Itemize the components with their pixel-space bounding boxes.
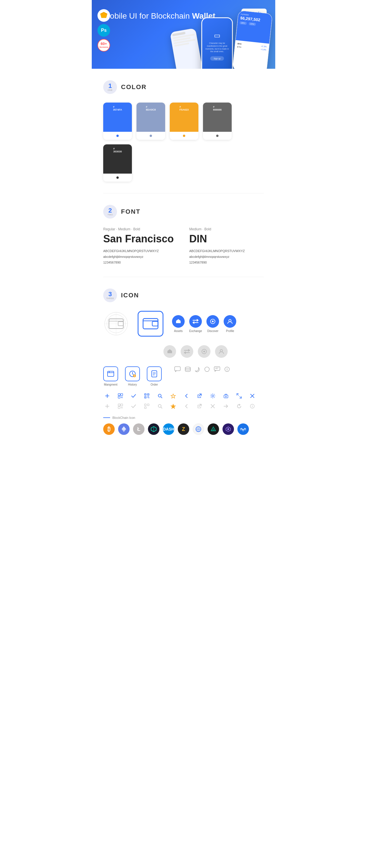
font-sf-lower: abcdefghijklmnopqrstuvwxyz (103, 254, 178, 260)
svg-rect-44 (118, 394, 120, 396)
svg-rect-11 (143, 318, 158, 329)
swatch-dot-4 (216, 135, 219, 137)
discover-icon-circle (206, 315, 219, 328)
settings-icon (209, 392, 217, 400)
svg-rect-52 (145, 397, 146, 398)
font-section-header: 2 TWO FONT (103, 205, 264, 219)
info-icon (224, 366, 230, 372)
nuls-icon (148, 424, 160, 435)
nav-icons-inactive (163, 345, 264, 358)
svg-marker-18 (167, 349, 172, 353)
font-title: FONT (121, 208, 140, 215)
poa-icon (223, 424, 234, 435)
swatch-gray: #666666 (203, 102, 232, 140)
grid-edit-icon (116, 392, 124, 400)
font-din-name: DIN (189, 233, 264, 245)
history-icon-box (125, 366, 140, 381)
swatch-dark: #303030 (103, 144, 132, 182)
font-section: 2 TWO FONT Regular · Medium · Bold San F… (92, 193, 275, 277)
swatch-color-4: #666666 (203, 102, 232, 132)
litecoin-icon: Ł (133, 424, 144, 435)
assets-icon-inactive (163, 345, 176, 358)
zcash-icon: Z (178, 424, 189, 435)
icon-wireframe-container (103, 311, 129, 337)
svg-point-87 (252, 405, 253, 406)
icon-section-header: 3 THREE ICON (103, 288, 264, 302)
svg-point-34 (185, 367, 190, 369)
plus-icon (103, 392, 111, 400)
swatch-blue: #3574FA (103, 102, 132, 140)
font-sf-nums: 1234567890 (103, 260, 178, 266)
font-grid: Regular · Medium · Bold San Francisco AB… (103, 227, 264, 265)
stack-icon (185, 366, 191, 372)
font-sf-upper: ABCDEFGHIJKLMNOPQRSTUVWXYZ (103, 248, 178, 254)
svg-rect-22 (108, 371, 114, 376)
discover-icon-inactive (198, 345, 210, 358)
blockchain-text: BlockChain Icon (112, 416, 135, 420)
chevron-left-icon-faded (182, 402, 190, 410)
svg-rect-77 (144, 407, 146, 408)
exchange-icon-inactive (181, 345, 193, 358)
color-section-header: 1 ONE COLOR (103, 80, 264, 94)
utility-icons-row1 (103, 392, 264, 400)
swatch-color-2: #8DA0C8 (137, 102, 165, 132)
svg-rect-74 (118, 406, 120, 408)
arrow-right-faded (222, 402, 230, 410)
profile-icon-circle (224, 315, 236, 328)
nav-icon-assets-inactive (163, 345, 176, 358)
swatch-dot-1 (116, 135, 119, 137)
management-icon-box (103, 366, 118, 381)
star-icon (169, 392, 177, 400)
svg-rect-75 (144, 404, 146, 406)
svg-point-20 (203, 351, 205, 352)
swatch-dot-5 (116, 177, 119, 179)
swatch-color-3: #F5A623 (170, 102, 198, 132)
circle-icon (204, 366, 210, 372)
share-icon-faded (196, 402, 204, 410)
svg-line-60 (199, 394, 201, 396)
nav-icon-profile: Profile (224, 315, 236, 333)
utility-icons-row2 (103, 402, 264, 410)
icon-section: 3 THREE ICON (92, 277, 275, 446)
stratis-icon (207, 424, 219, 435)
search-icon-faded (156, 402, 164, 410)
svg-rect-33 (175, 367, 180, 371)
wallet-icon-blue (142, 317, 159, 330)
check-icon-faded (130, 402, 138, 410)
nav-icon-discover: Discover (206, 315, 219, 333)
chevron-left-icon (182, 392, 190, 400)
svg-rect-76 (147, 404, 149, 406)
app-icon-management: Mangment (103, 366, 118, 386)
nav-icon-exchange: Exchange (189, 315, 202, 333)
star-icon-active (169, 402, 177, 410)
svg-rect-73 (121, 404, 123, 406)
app-icon-order: Order (147, 366, 162, 386)
svg-point-98 (227, 428, 229, 430)
sketch-badge (97, 9, 110, 22)
app-icons-row: Mangment History (103, 366, 264, 386)
moon-icon (195, 366, 200, 372)
bitcoin-icon: ₿ (103, 424, 115, 435)
svg-point-41 (227, 368, 227, 369)
nav-icon-assets: Assets (172, 315, 185, 333)
app-icon-history: History (125, 366, 140, 386)
blockchain-line (103, 417, 110, 418)
exchange-icon-circle (189, 315, 202, 328)
share-icon (196, 392, 204, 400)
waves-icon (237, 424, 249, 435)
ethereum-icon (118, 424, 130, 435)
export-icon (222, 392, 230, 400)
comment-icon (174, 366, 181, 372)
swatch-color-1: #3574FA (103, 102, 132, 132)
search-icon (156, 392, 164, 400)
qr-icon-faded (143, 402, 151, 410)
font-din: Medium · Bold DIN ABCDEFGHIJKLMNOPQRSTUV… (189, 227, 264, 265)
number-badge-3: 3 THREE (103, 288, 117, 302)
expand-icon (235, 392, 243, 400)
svg-line-67 (240, 397, 242, 398)
small-icons-right (174, 366, 230, 372)
assets-icon-circle (172, 315, 185, 328)
screens-badge: 60+ Screens (97, 39, 110, 52)
svg-point-35 (205, 367, 209, 372)
font-din-upper: ABCDEFGHIJKLMNOPQRSTUVWXYZ (189, 248, 264, 254)
